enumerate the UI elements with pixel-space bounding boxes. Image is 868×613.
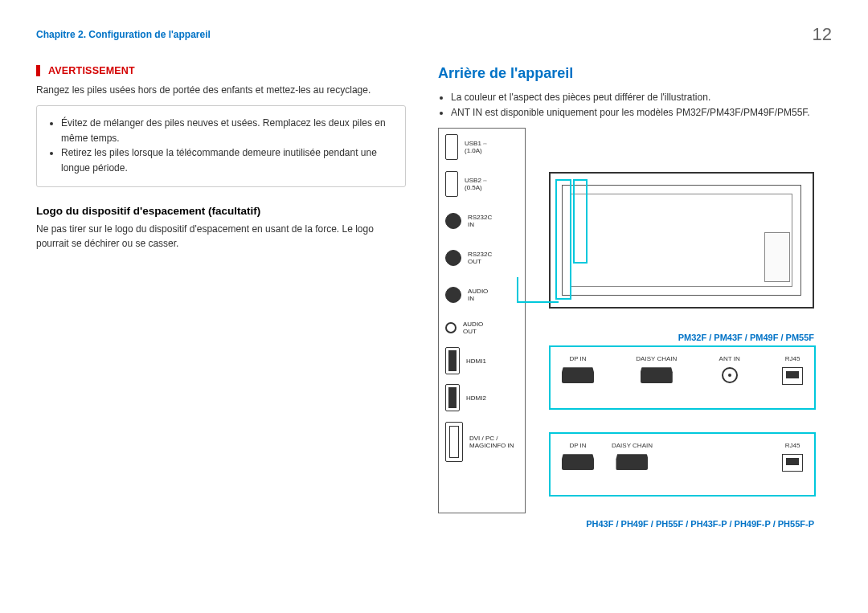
- rj45-port-icon: [782, 454, 803, 472]
- chapter-title: Chapitre 2. Configuration de l'appareil: [36, 29, 211, 40]
- rj45-port-icon: [782, 367, 803, 385]
- product-variant-label-bottom: PH43F / PH49F / PH55F / PH43F-P / PH49F-…: [549, 519, 814, 529]
- logo-spacer-text: Ne pas tirer sur le logo du dispositif d…: [36, 222, 406, 251]
- hdmi2-port-icon: [445, 384, 460, 411]
- warning-bullet: Retirez les piles lorsque la télécommand…: [61, 145, 394, 175]
- connector-lead: [517, 277, 557, 301]
- io-dp-in: DP IN: [562, 355, 594, 408]
- daisy-chain-port-icon: [616, 454, 648, 470]
- slot-back: [764, 232, 790, 282]
- usb1-label: USB1 ⎓ (1.0A): [465, 140, 487, 154]
- dp-in-label: DP IN: [569, 355, 586, 362]
- rj45-label: RJ45: [785, 442, 800, 449]
- right-column: Arrière de l'appareil La couleur et l'as…: [438, 65, 832, 546]
- warning-bullet: Évitez de mélanger des piles neuves et u…: [61, 116, 394, 145]
- rj45-label: RJ45: [785, 355, 800, 362]
- page-header: Chapitre 2. Configuration de l'appareil …: [36, 24, 832, 45]
- warning-title: AVERTISSEMENT: [48, 65, 406, 76]
- audio-in-port-icon: [445, 287, 461, 303]
- hdmi2-label: HDMI2: [466, 394, 486, 402]
- usb2-port-icon: [445, 171, 458, 197]
- usb2-label: USB2 ⎓ (0.5A): [465, 177, 487, 191]
- port-usb1: USB1 ⎓ (1.0A): [439, 129, 525, 166]
- logo-spacer-heading: Logo du dispositif d'espacement (faculta…: [36, 205, 406, 217]
- page-number: 12: [813, 24, 832, 45]
- product-variant-label-top: PM32F / PM43F / PM49F / PM55F: [549, 333, 816, 342]
- ant-in-label: ANT IN: [719, 355, 740, 362]
- io-daisy-chain: DAISY CHAIN: [636, 355, 677, 408]
- io-ant-in: ANT IN: [719, 355, 740, 408]
- port-hdmi2: HDMI2: [439, 379, 525, 416]
- dp-in-port-icon: [562, 367, 594, 383]
- io-box-ph: DP INDAISY CHAINRJ45: [549, 432, 816, 497]
- warning-text: Rangez les piles usées hors de portée de…: [36, 83, 406, 97]
- rs232c-in-label: RS232C IN: [468, 214, 492, 228]
- hdmi1-label: HDMI1: [466, 358, 486, 365]
- port-dvi: DVI / PC / MAGICINFO IN: [439, 416, 525, 468]
- daisy-chain-label: DAISY CHAIN: [636, 355, 677, 362]
- dvi-label: DVI / PC / MAGICINFO IN: [469, 435, 514, 449]
- io-box-pm: DP INDAISY CHAINANT INRJ45: [549, 345, 816, 410]
- dp-in-port-icon: [562, 454, 594, 470]
- vertical-port-panel: USB1 ⎓ (1.0A)USB2 ⎓ (0.5A)RS232C INRS232…: [438, 128, 526, 513]
- port-usb2: USB2 ⎓ (0.5A): [439, 166, 525, 202]
- io-daisy-chain: DAISY CHAIN: [612, 442, 653, 495]
- daisy-chain-label: DAISY CHAIN: [612, 442, 653, 449]
- dvi-port-icon: [445, 422, 463, 462]
- audio-out-label: AUDIO OUT: [463, 321, 483, 335]
- rs232c-out-port-icon: [445, 250, 461, 266]
- port-hdmi1: HDMI1: [439, 342, 525, 379]
- rs232c-in-port-icon: [445, 213, 461, 229]
- audio-out-port-icon: [445, 322, 457, 333]
- port-audio-in: AUDIO IN: [439, 276, 525, 313]
- rear-device-heading: Arrière de l'appareil: [438, 65, 832, 82]
- audio-in-label: AUDIO IN: [468, 288, 488, 302]
- usb1-port-icon: [445, 134, 458, 160]
- bottom-io-panels: PM32F / PM43F / PM49F / PM55F DP INDAISY…: [549, 333, 816, 529]
- io-rj45: RJ45: [782, 355, 803, 408]
- warning-bullet-box: Évitez de mélanger des piles neuves et u…: [36, 105, 406, 187]
- io-rj45: RJ45: [782, 442, 803, 495]
- daisy-chain-port-icon: [641, 367, 673, 383]
- rear-bullet: La couleur et l'aspect des pièces peut d…: [451, 90, 832, 105]
- hdmi1-port-icon: [445, 347, 460, 374]
- rear-diagram: USB1 ⎓ (1.0A)USB2 ⎓ (0.5A)RS232C INRS232…: [438, 128, 824, 546]
- dp-in-label: DP IN: [569, 442, 586, 449]
- port-audio-out: AUDIO OUT: [439, 313, 525, 342]
- rear-bullet: ANT IN est disponible uniquement pour le…: [451, 105, 832, 121]
- io-dp-in: DP IN: [562, 442, 594, 495]
- highlighted-ports: [555, 179, 604, 301]
- left-column: AVERTISSEMENT Rangez les piles usées hor…: [36, 65, 406, 546]
- port-rs232c-in: RS232C IN: [439, 202, 525, 239]
- rs232c-out-label: RS232C OUT: [468, 251, 492, 265]
- ant-in-port-icon: [722, 367, 738, 383]
- highlight-box: [573, 179, 588, 264]
- port-rs232c-out: RS232C OUT: [439, 239, 525, 276]
- warning-block: AVERTISSEMENT: [36, 65, 406, 76]
